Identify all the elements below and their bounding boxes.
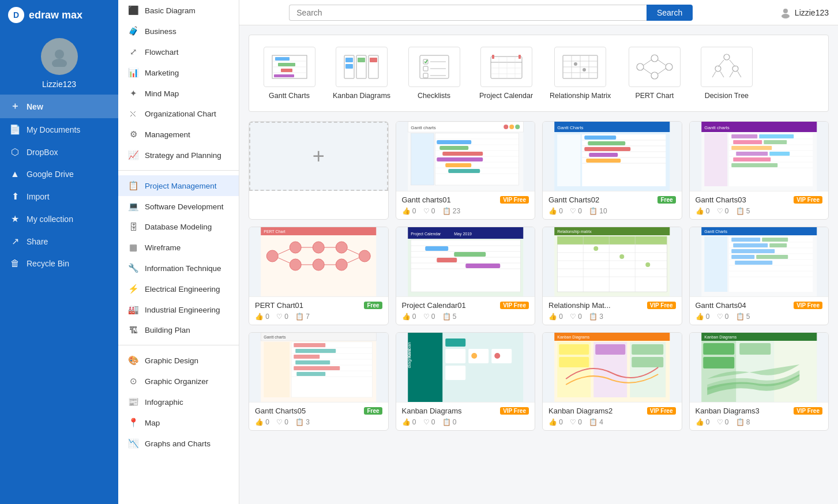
svg-rect-235 bbox=[703, 343, 734, 355]
sidebar-item-share-label: Share bbox=[27, 237, 48, 246]
left-panel-item-management[interactable]: ⚙ Management bbox=[118, 124, 239, 145]
search-input[interactable] bbox=[289, 5, 647, 21]
svg-rect-9 bbox=[278, 63, 295, 66]
sidebar-item-google-drive[interactable]: ▲ Google Drive bbox=[0, 163, 118, 185]
left-panel-item-building-plan[interactable]: 🏗 Building Plan bbox=[118, 320, 239, 340]
template-card-pert-01[interactable]: PERT Chart PERT Chart01 Free 👍 0 ♡ 0 📋 7 bbox=[249, 227, 389, 325]
relationship-matrix-label: Relationship Matrix bbox=[550, 92, 611, 100]
svg-point-54 bbox=[724, 54, 730, 60]
svg-rect-191 bbox=[264, 342, 290, 397]
sidebar-item-new[interactable]: ＋ New bbox=[0, 95, 118, 118]
kanban02-title: Kanban Diagrams2 bbox=[548, 407, 612, 415]
kanban01-title: Kanban Diagrams bbox=[402, 407, 462, 415]
left-panel-item-map[interactable]: 📍 Map bbox=[118, 412, 239, 433]
project-cal01-title: Project Calendar01 bbox=[402, 301, 466, 310]
template-card-gantt-01[interactable]: Gantt charts Gantt charts01 VIP Free 👍 0… bbox=[396, 121, 536, 220]
share-icon: ↗ bbox=[9, 236, 21, 247]
left-panel-item-graphs-and-charts[interactable]: 📉 Graphs and Charts bbox=[118, 433, 239, 454]
left-panel-item-software-development[interactable]: 💻 Software Development bbox=[118, 196, 239, 217]
gantt04-badge: VIP Free bbox=[794, 302, 822, 309]
sidebar-item-my-collection[interactable]: ★ My collection bbox=[0, 208, 118, 230]
sidebar-item-my-documents[interactable]: 📄 My Documents bbox=[0, 118, 118, 141]
template-card-gantt-03[interactable]: Gantt charts Gantt Charts03 VIP Free 👍 0… bbox=[689, 121, 829, 220]
sidebar-item-recycle-bin[interactable]: 🗑 Recycle Bin bbox=[0, 253, 118, 274]
template-info-pert01: PERT Chart01 Free 👍 0 ♡ 0 📋 7 bbox=[249, 296, 388, 325]
sidebar-item-my-collection-label: My collection bbox=[27, 215, 73, 224]
left-panel-item-mind-map[interactable]: ✦ Mind Map bbox=[118, 83, 239, 104]
left-panel-item-project-management[interactable]: 📋 Project Management bbox=[118, 175, 239, 196]
category-project-calendar[interactable]: Project Calendar bbox=[473, 42, 539, 104]
template-card-gantt-02[interactable]: Gantt Charts Gantt Charts02 Free 👍 0 ♡ 0… bbox=[542, 121, 682, 220]
category-gantt-charts[interactable]: Gantt Charts bbox=[256, 42, 322, 104]
gantt02-copies: 📋 10 bbox=[589, 207, 607, 215]
left-panel-item-database-modeling[interactable]: 🗄 Database Modeling bbox=[118, 217, 239, 237]
template-card-project-cal-01[interactable]: Project CalendarMay 2019 Project Calenda… bbox=[396, 227, 536, 325]
svg-rect-95 bbox=[588, 141, 625, 145]
left-panel-item-info-technique[interactable]: 🔧 Information Technique bbox=[118, 258, 239, 279]
left-panel-item-flowchart[interactable]: ⤢ Flowchart bbox=[118, 42, 239, 62]
left-panel-item-graphic-organizer[interactable]: ⊙ Graphic Organizer bbox=[118, 371, 239, 392]
sidebar-item-share[interactable]: ↗ Share bbox=[0, 230, 118, 253]
kanban01-badge: VIP Free bbox=[500, 407, 529, 415]
template-card-kanban-01[interactable]: Kanbandiagrams Kanban Diagrams VIP Free … bbox=[396, 332, 536, 431]
svg-point-122 bbox=[266, 250, 278, 262]
template-card-relationship-mat[interactable]: Relationship matrix Relationship Mat... … bbox=[542, 227, 682, 325]
graphs-charts-label: Graphs and Charts bbox=[145, 439, 211, 448]
basic-diagram-label: Basic Diagram bbox=[145, 6, 196, 15]
sidebar-item-import[interactable]: ⬆ Import bbox=[0, 185, 118, 208]
svg-point-124 bbox=[290, 259, 301, 270]
template-info-gantt04: Gantt Charts04 VIP Free 👍 0 ♡ 0 📋 5 bbox=[690, 296, 829, 325]
svg-rect-118 bbox=[731, 163, 777, 167]
svg-rect-186 bbox=[756, 255, 788, 259]
left-panel-item-org-chart[interactable]: ⛌ Organizational Chart bbox=[118, 104, 239, 124]
category-decision-tree[interactable]: Decision Tree bbox=[693, 42, 760, 104]
header-username: Lizzie123 bbox=[795, 8, 829, 17]
info-technique-icon: 🔧 bbox=[127, 263, 139, 273]
kanban01-stats: 👍 0 ♡ 0 📋 0 bbox=[402, 418, 529, 426]
left-panel-item-strategy[interactable]: 📈 Strategy and Planning bbox=[118, 145, 239, 166]
gantt01-title: Gantt charts01 bbox=[402, 195, 451, 204]
category-pert-chart[interactable]: PERT Chart bbox=[621, 42, 687, 104]
svg-rect-94 bbox=[584, 136, 616, 140]
template-card-kanban-03[interactable]: Kanban Diagrams Kanban Diagrams3 VIP Fre… bbox=[689, 332, 829, 431]
info-technique-label: Information Technique bbox=[145, 264, 221, 273]
left-panel-item-marketing[interactable]: 📊 Marketing bbox=[118, 62, 239, 83]
category-kanban-diagrams[interactable]: Kanban Diagrams bbox=[328, 42, 395, 104]
svg-rect-26 bbox=[423, 73, 428, 78]
gantt03-hearts: ♡ 0 bbox=[717, 207, 729, 215]
graphic-organizer-icon: ⊙ bbox=[127, 376, 139, 386]
kanban-diagrams-icon-box bbox=[336, 47, 388, 87]
business-label: Business bbox=[145, 27, 176, 36]
left-panel-item-graphic-design[interactable]: 🎨 Graphic Design bbox=[118, 350, 239, 371]
category-relationship-matrix[interactable]: Relationship Matrix bbox=[545, 42, 615, 104]
category-checklists[interactable]: Checklists bbox=[401, 42, 467, 104]
svg-text:Gantt Charts: Gantt Charts bbox=[704, 230, 727, 234]
pert01-hearts: ♡ 0 bbox=[276, 313, 288, 321]
graphs-charts-icon: 📉 bbox=[127, 438, 139, 449]
logo-icon: D bbox=[8, 7, 24, 23]
search-button[interactable]: Search bbox=[647, 5, 693, 21]
svg-rect-213 bbox=[445, 366, 465, 380]
pert01-likes: 👍 0 bbox=[255, 313, 269, 321]
svg-text:Relationship matrix: Relationship matrix bbox=[557, 230, 592, 234]
mind-map-label: Mind Map bbox=[145, 89, 179, 98]
left-panel-item-wireframe[interactable]: ▦ Wireframe bbox=[118, 237, 239, 258]
left-panel-item-basic-diagram[interactable]: ⬛ Basic Diagram bbox=[118, 0, 239, 21]
template-card-new-blank[interactable]: + bbox=[249, 121, 389, 220]
svg-point-67 bbox=[509, 125, 514, 129]
svg-rect-201 bbox=[294, 355, 320, 359]
sidebar-item-dropbox[interactable]: ⬡ DropBox bbox=[0, 141, 118, 163]
svg-rect-180 bbox=[731, 238, 760, 242]
left-panel-item-business[interactable]: 🧳 Business bbox=[118, 21, 239, 42]
svg-line-22 bbox=[426, 60, 427, 63]
sidebar: D edraw max Lizzie123 ＋ New 📄 My Documen… bbox=[0, 0, 118, 504]
template-card-gantt-05[interactable]: Gantt charts Gantt Charts05 Free 👍 0 ♡ 0… bbox=[249, 332, 389, 431]
svg-rect-24 bbox=[423, 66, 428, 71]
left-panel-item-industrial-engineering[interactable]: 🏭 Industrial Engineering bbox=[118, 299, 239, 320]
template-card-kanban-02[interactable]: Kanban Diagrams Kanban Diagrams2 VIP Fre… bbox=[542, 332, 682, 431]
left-panel-item-electrical-engineering[interactable]: ⚡ Electrical Engineering bbox=[118, 279, 239, 299]
gantt02-hearts: ♡ 0 bbox=[570, 207, 582, 215]
template-card-gantt-04[interactable]: Gantt Charts Gantt Charts04 VIP Free 👍 0… bbox=[689, 227, 829, 325]
app-logo: D edraw max bbox=[0, 0, 118, 30]
left-panel-item-infographic[interactable]: 📰 Infographic bbox=[118, 392, 239, 412]
